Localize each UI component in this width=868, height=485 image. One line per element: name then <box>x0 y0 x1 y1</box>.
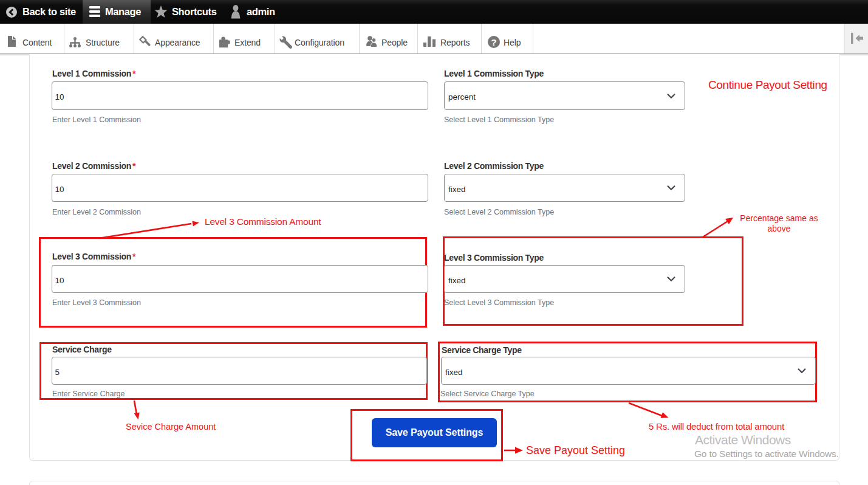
svg-text:?: ? <box>491 37 496 47</box>
